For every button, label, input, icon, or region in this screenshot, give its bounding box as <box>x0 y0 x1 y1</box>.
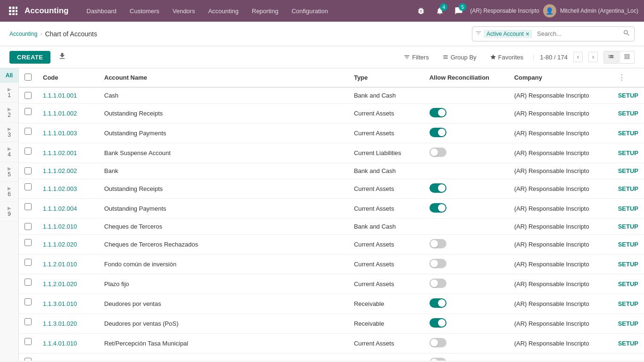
column-settings-button[interactable]: ⋮ <box>618 73 626 82</box>
account-code-link[interactable]: 1.1.3.01.010 <box>43 300 77 307</box>
pagination-prev-button[interactable]: ‹ <box>573 52 583 62</box>
setup-button[interactable]: SETUP <box>618 205 638 212</box>
download-icon[interactable] <box>54 50 70 64</box>
reconcile-toggle[interactable] <box>429 148 446 157</box>
search-tag-close-icon[interactable]: × <box>526 31 529 37</box>
reconcile-header[interactable]: Allow Reconciliation <box>424 68 509 87</box>
setup-button[interactable]: SETUP <box>618 300 638 307</box>
list-view-button[interactable] <box>603 51 619 64</box>
group-item-5[interactable]: ▶ 5 <box>0 162 18 182</box>
reconcile-toggle[interactable] <box>429 203 446 213</box>
code-header[interactable]: Code <box>37 68 99 87</box>
group-all[interactable]: All <box>0 68 18 83</box>
reconcile-toggle[interactable] <box>429 239 446 248</box>
row-checkbox[interactable] <box>25 298 32 305</box>
pagination-next-button[interactable]: › <box>588 52 598 62</box>
account-code-link[interactable]: 1.1.1.01.001 <box>43 92 77 99</box>
setup-button[interactable]: SETUP <box>618 261 638 268</box>
account-code-link[interactable]: 1.1.2.01.020 <box>43 280 77 288</box>
row-checkbox[interactable] <box>25 318 32 325</box>
reconcile-toggle[interactable] <box>429 298 446 308</box>
create-button[interactable]: CREATE <box>9 51 50 64</box>
row-checkbox[interactable] <box>25 358 32 361</box>
select-all-header[interactable] <box>19 68 37 87</box>
filters-button[interactable]: Filters <box>400 52 432 63</box>
account-code-link[interactable]: 1.1.1.01.003 <box>43 130 77 137</box>
select-all-checkbox[interactable] <box>25 74 32 81</box>
row-checkbox[interactable] <box>25 183 32 190</box>
messages-icon[interactable]: 5 <box>451 3 466 18</box>
account-code-link[interactable]: 1.1.4.01.020 <box>43 360 77 361</box>
group-item-3[interactable]: ▶ 3 <box>0 123 18 142</box>
row-checkbox[interactable] <box>25 259 32 266</box>
setup-button[interactable]: SETUP <box>618 110 638 117</box>
reconcile-toggle[interactable] <box>429 259 446 268</box>
setup-button[interactable]: SETUP <box>618 92 638 99</box>
account-code-link[interactable]: 1.1.1.02.004 <box>43 205 77 212</box>
row-checkbox[interactable] <box>25 338 32 345</box>
setup-button[interactable]: SETUP <box>618 241 638 248</box>
avatar[interactable]: 👤 <box>543 4 556 17</box>
search-bar[interactable]: Active Account × <box>472 26 635 41</box>
nav-configuration[interactable]: Configuration <box>285 0 334 22</box>
reconcile-toggle[interactable] <box>429 108 446 117</box>
account-code-link[interactable]: 1.1.1.02.001 <box>43 149 77 156</box>
setup-button[interactable]: SETUP <box>618 149 638 156</box>
row-checkbox[interactable] <box>25 92 32 99</box>
group-item-6[interactable]: ▶ 6 <box>0 182 18 202</box>
nav-vendors[interactable]: Vendors <box>166 0 202 22</box>
active-account-tag[interactable]: Active Account × <box>484 30 532 38</box>
groupby-button[interactable]: Group By <box>438 52 480 63</box>
reconcile-toggle[interactable] <box>429 128 446 137</box>
setup-button[interactable]: SETUP <box>618 223 638 230</box>
group-item-9[interactable]: ▶ 9 <box>0 202 18 222</box>
reconcile-toggle[interactable] <box>429 358 446 361</box>
group-item-1[interactable]: ▶ 1 <box>0 83 18 103</box>
account-code-link[interactable]: 1.1.1.01.002 <box>43 110 77 117</box>
row-checkbox[interactable] <box>25 223 32 230</box>
account-name-header[interactable]: Account Name <box>99 68 348 87</box>
nav-accounting[interactable]: Accounting <box>202 0 245 22</box>
nav-reporting[interactable]: Reporting <box>245 0 285 22</box>
nav-dashboard[interactable]: Dashboard <box>80 0 124 22</box>
reconcile-toggle[interactable] <box>429 183 446 193</box>
reconcile-toggle[interactable] <box>429 279 446 288</box>
account-code-link[interactable]: 1.1.2.01.010 <box>43 261 77 268</box>
account-code-link[interactable]: 1.1.1.02.002 <box>43 167 77 174</box>
row-checkbox[interactable] <box>25 108 32 115</box>
kanban-view-button[interactable] <box>619 51 635 64</box>
setup-button[interactable]: SETUP <box>618 130 638 137</box>
row-checkbox[interactable] <box>25 279 32 286</box>
type-header[interactable]: Type <box>348 68 424 87</box>
reconcile-toggle[interactable] <box>429 338 446 347</box>
breadcrumb-parent[interactable]: Accounting <box>9 31 37 37</box>
row-checkbox[interactable] <box>25 239 32 246</box>
setup-button[interactable]: SETUP <box>618 340 638 347</box>
account-code-link[interactable]: 1.1.1.02.020 <box>43 241 77 248</box>
group-item-4[interactable]: ▶ 4 <box>0 142 18 162</box>
account-code-link[interactable]: 1.1.3.01.020 <box>43 320 77 327</box>
group-item-2[interactable]: ▶ 2 <box>0 103 18 123</box>
row-checkbox[interactable] <box>25 128 32 135</box>
reconcile-toggle[interactable] <box>429 318 446 328</box>
search-input[interactable] <box>534 30 619 37</box>
setup-button[interactable]: SETUP <box>618 167 638 174</box>
account-code-link[interactable]: 1.1.1.02.010 <box>43 223 77 230</box>
company-header[interactable]: Company <box>509 68 612 87</box>
col-settings-header[interactable]: ⋮ <box>612 68 644 87</box>
row-checkbox[interactable] <box>25 167 32 174</box>
search-submit-icon[interactable] <box>619 29 634 38</box>
setup-button[interactable]: SETUP <box>618 360 638 361</box>
bug-report-icon[interactable] <box>413 3 429 18</box>
nav-customers[interactable]: Customers <box>123 0 166 22</box>
row-checkbox[interactable] <box>25 148 32 155</box>
row-checkbox[interactable] <box>25 203 32 210</box>
setup-button[interactable]: SETUP <box>618 185 638 192</box>
account-code-link[interactable]: 1.1.1.02.003 <box>43 185 77 192</box>
favorites-button[interactable]: Favorites <box>486 52 527 63</box>
apps-grid-icon[interactable] <box>6 3 21 18</box>
setup-button[interactable]: SETUP <box>618 280 638 288</box>
account-code-link[interactable]: 1.1.4.01.010 <box>43 340 77 347</box>
updates-icon[interactable]: 4 <box>432 3 447 18</box>
setup-button[interactable]: SETUP <box>618 320 638 327</box>
